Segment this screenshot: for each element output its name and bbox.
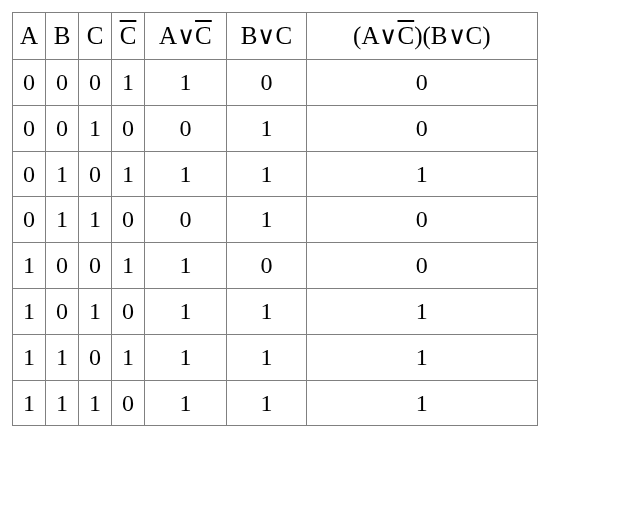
table-row: 1 0 0 1 1 0 0 [13, 243, 538, 289]
cell-final: 0 [307, 243, 537, 289]
col-header-A-or-not-C: A∨C [145, 13, 227, 60]
cell-A: 1 [13, 288, 46, 334]
cell-not-C: 1 [112, 334, 145, 380]
cell-B: 0 [46, 60, 79, 106]
truth-table: A B C C A∨C B∨C (A∨C)(B∨C) 0 0 0 1 1 0 0… [12, 12, 538, 426]
cell-not-C: 1 [112, 151, 145, 197]
cell-B: 1 [46, 380, 79, 426]
cell-C: 1 [79, 288, 112, 334]
cell-A: 0 [13, 105, 46, 151]
cell-B: 0 [46, 288, 79, 334]
cell-B: 1 [46, 334, 79, 380]
overline-C: C [398, 22, 415, 49]
cell-A-or-not-C: 1 [145, 243, 227, 289]
cell-C: 1 [79, 197, 112, 243]
cell-A-or-not-C: 1 [145, 380, 227, 426]
cell-not-C: 1 [112, 60, 145, 106]
cell-B: 1 [46, 151, 79, 197]
cell-B-or-C: 1 [226, 197, 306, 243]
cell-B-or-C: 1 [226, 334, 306, 380]
cell-final: 1 [307, 380, 537, 426]
cell-final: 0 [307, 60, 537, 106]
table-row: 0 1 1 0 0 1 0 [13, 197, 538, 243]
col-header-B-or-C: B∨C [226, 13, 306, 60]
cell-B-or-C: 1 [226, 151, 306, 197]
table-row: 1 1 0 1 1 1 1 [13, 334, 538, 380]
table-row: 1 1 1 0 1 1 1 [13, 380, 538, 426]
overline-C: C [120, 22, 137, 49]
cell-not-C: 0 [112, 380, 145, 426]
cell-A: 0 [13, 197, 46, 243]
overline-C: C [195, 22, 212, 49]
cell-B-or-C: 0 [226, 243, 306, 289]
cell-B-or-C: 1 [226, 288, 306, 334]
cell-B-or-C: 1 [226, 105, 306, 151]
cell-A: 1 [13, 380, 46, 426]
cell-C: 0 [79, 334, 112, 380]
col-header-A: A [13, 13, 46, 60]
cell-C: 0 [79, 60, 112, 106]
cell-not-C: 1 [112, 243, 145, 289]
table-row: 0 0 0 1 1 0 0 [13, 60, 538, 106]
header-text: )(B∨C) [414, 22, 490, 49]
col-header-B: B [46, 13, 79, 60]
cell-not-C: 0 [112, 105, 145, 151]
table-header-row: A B C C A∨C B∨C (A∨C)(B∨C) [13, 13, 538, 60]
cell-final: 1 [307, 288, 537, 334]
cell-A: 1 [13, 243, 46, 289]
col-header-final: (A∨C)(B∨C) [307, 13, 537, 60]
cell-B: 1 [46, 197, 79, 243]
cell-final: 1 [307, 151, 537, 197]
cell-C: 0 [79, 151, 112, 197]
cell-A-or-not-C: 0 [145, 105, 227, 151]
header-text: A∨ [159, 22, 195, 49]
cell-A-or-not-C: 0 [145, 197, 227, 243]
cell-C: 1 [79, 105, 112, 151]
table-row: 0 0 1 0 0 1 0 [13, 105, 538, 151]
cell-final: 0 [307, 197, 537, 243]
cell-not-C: 0 [112, 197, 145, 243]
cell-A: 0 [13, 60, 46, 106]
cell-A: 0 [13, 151, 46, 197]
cell-final: 0 [307, 105, 537, 151]
col-header-not-C: C [112, 13, 145, 60]
cell-C: 1 [79, 380, 112, 426]
cell-A-or-not-C: 1 [145, 151, 227, 197]
cell-B: 0 [46, 105, 79, 151]
cell-A: 1 [13, 334, 46, 380]
cell-A-or-not-C: 1 [145, 288, 227, 334]
table-row: 1 0 1 0 1 1 1 [13, 288, 538, 334]
cell-C: 0 [79, 243, 112, 289]
cell-B-or-C: 0 [226, 60, 306, 106]
cell-not-C: 0 [112, 288, 145, 334]
cell-final: 1 [307, 334, 537, 380]
header-text: (A∨ [353, 22, 397, 49]
cell-B-or-C: 1 [226, 380, 306, 426]
cell-A-or-not-C: 1 [145, 60, 227, 106]
col-header-C: C [79, 13, 112, 60]
cell-A-or-not-C: 1 [145, 334, 227, 380]
cell-B: 0 [46, 243, 79, 289]
table-row: 0 1 0 1 1 1 1 [13, 151, 538, 197]
